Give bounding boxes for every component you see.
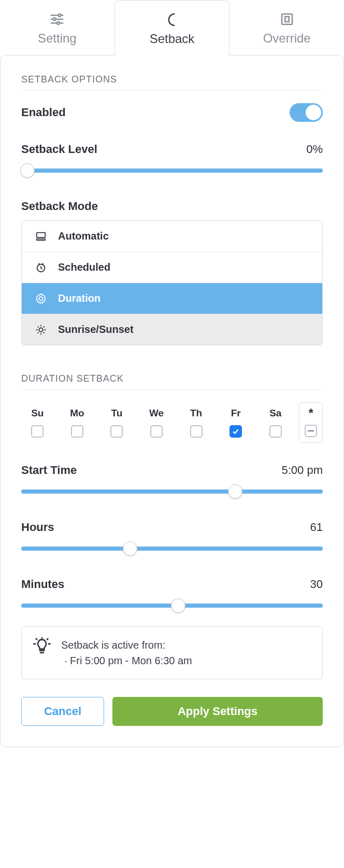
slider-thumb[interactable] — [171, 598, 185, 613]
day-su-label: Su — [31, 408, 44, 419]
setback-level-label: Setback Level — [21, 143, 97, 156]
day-tu[interactable]: Tu — [101, 408, 133, 438]
svg-rect-8 — [37, 232, 46, 237]
day-mo[interactable]: Mo — [61, 408, 94, 438]
enabled-row: Enabled — [21, 103, 323, 122]
tab-setting[interactable]: Setting — [0, 0, 114, 55]
content-card: SETBACK OPTIONS Enabled Setback Level 0%… — [0, 55, 344, 747]
info-banner: Setback is active from: · Fri 5:00 pm - … — [21, 626, 323, 679]
info-line1: Setback is active from: — [61, 637, 192, 653]
svg-line-21 — [38, 332, 39, 333]
start-time-value: 5:00 pm — [282, 464, 323, 477]
enabled-toggle[interactable] — [290, 103, 323, 122]
svg-line-22 — [44, 326, 45, 327]
day-sa[interactable]: Sa — [259, 408, 292, 438]
tab-override[interactable]: Override — [230, 0, 344, 55]
clock-icon — [34, 262, 48, 273]
bulb-icon — [33, 637, 51, 657]
tab-bar: Setting Setback Override — [0, 0, 344, 55]
setback-options-title: SETBACK OPTIONS — [21, 74, 323, 91]
apply-settings-button[interactable]: Apply Settings — [112, 697, 323, 726]
automatic-icon — [34, 231, 48, 242]
override-icon — [230, 11, 344, 29]
tab-setback[interactable]: Setback — [114, 0, 230, 55]
svg-point-5 — [57, 22, 60, 24]
minutes-label: Minutes — [21, 578, 64, 591]
svg-point-11 — [37, 294, 46, 303]
day-fr[interactable]: Fr — [220, 408, 252, 438]
day-su[interactable]: Su — [21, 408, 54, 438]
hours-label: Hours — [21, 521, 54, 534]
svg-line-26 — [36, 639, 37, 639]
svg-rect-7 — [285, 17, 289, 22]
svg-line-27 — [47, 639, 48, 639]
day-all-label: * — [308, 407, 313, 419]
hours-value: 61 — [310, 521, 323, 534]
moon-icon — [115, 12, 230, 30]
mode-sunrise-label: Sunrise/Sunset — [58, 324, 134, 335]
start-time-label: Start Time — [21, 464, 77, 477]
info-line2: · Fri 5:00 pm - Mon 6:30 am — [64, 653, 192, 668]
tab-override-label: Override — [230, 31, 344, 46]
day-sa-label: Sa — [269, 408, 281, 419]
minutes-block: Minutes 30 — [21, 578, 323, 613]
toggle-knob — [306, 105, 321, 120]
svg-point-14 — [39, 328, 42, 331]
svg-rect-9 — [37, 239, 46, 240]
mode-automatic-label: Automatic — [58, 230, 109, 242]
setback-level-value: 0% — [306, 143, 323, 156]
minutes-value: 30 — [310, 578, 323, 591]
button-row: Cancel Apply Settings — [21, 697, 323, 726]
svg-point-1 — [59, 14, 61, 17]
sliders-icon — [0, 11, 114, 29]
day-th-label: Th — [190, 408, 202, 419]
day-selector: Su Mo Tu We Th Fr — [21, 402, 323, 443]
cancel-button[interactable]: Cancel — [21, 697, 104, 726]
day-all-checkbox[interactable] — [305, 425, 317, 437]
start-time-block: Start Time 5:00 pm — [21, 464, 323, 499]
day-th-checkbox[interactable] — [190, 425, 203, 438]
day-mo-label: Mo — [70, 408, 84, 419]
mode-scheduled-label: Scheduled — [58, 261, 110, 273]
mode-sunrise-sunset[interactable]: Sunrise/Sunset — [22, 314, 322, 345]
setback-level-slider[interactable] — [21, 163, 323, 178]
start-time-slider[interactable] — [21, 484, 323, 499]
duration-icon — [34, 293, 48, 304]
slider-thumb[interactable] — [20, 163, 35, 178]
day-fr-label: Fr — [231, 408, 241, 419]
day-th[interactable]: Th — [180, 408, 212, 438]
mode-duration-label: Duration — [58, 292, 101, 304]
mode-automatic[interactable]: Automatic — [22, 221, 322, 251]
setback-level-block: Setback Level 0% — [21, 143, 323, 178]
day-mo-checkbox[interactable] — [71, 425, 83, 438]
svg-line-19 — [38, 326, 39, 327]
svg-point-3 — [53, 18, 56, 21]
day-we-label: We — [149, 408, 164, 419]
tab-setting-label: Setting — [0, 31, 114, 46]
day-we[interactable]: We — [140, 408, 173, 438]
svg-rect-6 — [282, 14, 292, 24]
settings-panel: Setting Setback Override SETBACK OPTIONS… — [0, 0, 344, 747]
day-tu-checkbox[interactable] — [110, 425, 123, 438]
hours-slider[interactable] — [21, 541, 323, 556]
day-su-checkbox[interactable] — [31, 425, 44, 438]
info-text: Setback is active from: · Fri 5:00 pm - … — [61, 637, 192, 668]
day-tu-label: Tu — [111, 408, 123, 419]
day-all-toggle[interactable]: * — [299, 402, 323, 443]
mode-duration[interactable]: Duration — [22, 283, 322, 314]
svg-line-20 — [44, 332, 45, 333]
setback-mode-list: Automatic Scheduled Duration Sunrise/Sun… — [21, 220, 323, 345]
mode-scheduled[interactable]: Scheduled — [22, 251, 322, 283]
day-we-checkbox[interactable] — [150, 425, 163, 438]
tab-setback-label: Setback — [115, 32, 230, 46]
day-sa-checkbox[interactable] — [269, 425, 282, 438]
svg-point-12 — [39, 297, 42, 300]
day-fr-checkbox[interactable] — [230, 425, 242, 438]
hours-block: Hours 61 — [21, 521, 323, 556]
duration-setback-title: DURATION SETBACK — [21, 373, 323, 390]
slider-thumb[interactable] — [228, 484, 242, 499]
minutes-slider[interactable] — [21, 598, 323, 613]
setback-mode-title: Setback Mode — [21, 200, 323, 213]
sun-icon — [34, 324, 48, 335]
slider-thumb[interactable] — [123, 541, 137, 556]
